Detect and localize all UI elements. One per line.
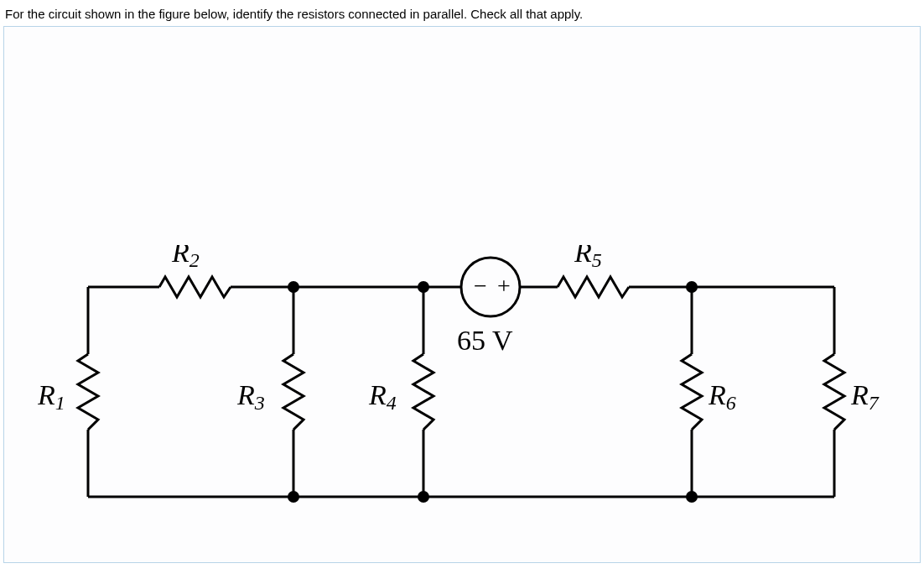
label-r1: R1	[38, 379, 65, 414]
label-r2: R2	[171, 245, 200, 271]
svg-point-6	[686, 491, 698, 503]
source-minus: −	[474, 273, 487, 299]
label-r3: R3	[236, 379, 265, 414]
label-r4: R4	[368, 379, 397, 414]
svg-point-1	[288, 281, 299, 293]
svg-point-4	[288, 491, 299, 503]
svg-point-3	[686, 281, 698, 293]
label-r7: R7	[850, 379, 880, 414]
label-r6: R6	[708, 379, 736, 414]
voltage-label: 65 V	[457, 325, 513, 356]
source-plus: +	[497, 273, 511, 299]
question-text: For the circuit shown in the figure belo…	[0, 0, 924, 26]
circuit-container: − +	[3, 26, 921, 563]
svg-point-0	[461, 258, 520, 316]
svg-point-2	[418, 281, 429, 293]
label-r5: R5	[574, 245, 602, 271]
svg-point-5	[418, 491, 429, 503]
circuit-diagram: − +	[38, 245, 893, 564]
